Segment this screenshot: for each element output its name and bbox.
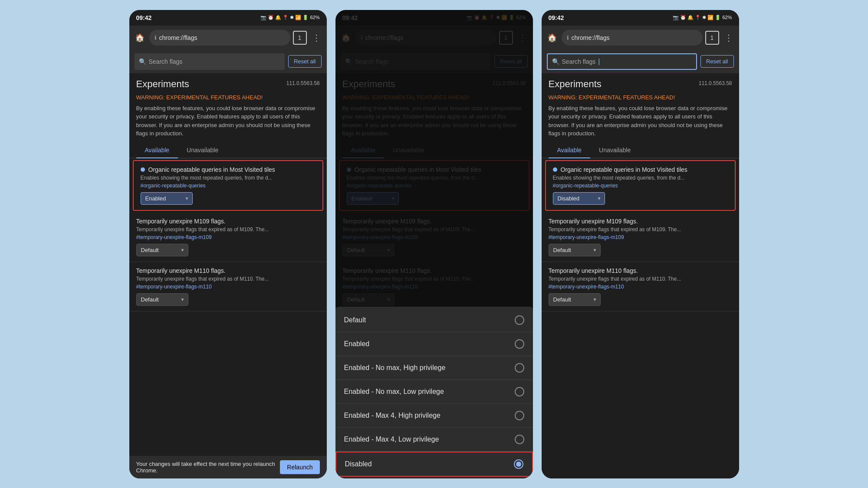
home-button-3[interactable]: 🏠 — [545, 31, 559, 45]
description-text-1: By enabling these features, you could lo… — [129, 102, 327, 142]
dropdown-option-enabled-nomaxhigh[interactable]: Enabled - No max, High privilege — [335, 356, 533, 380]
dropdown-menu-2: Default Enabled Enabled - No max, High p… — [335, 307, 533, 478]
status-icon-3: 📷 ⏰ 🔔 📍 ✱ 📶 🔋 62% — [673, 15, 732, 20]
flag-select-3-1[interactable]: Default — [549, 244, 601, 256]
relaunch-text-1: Your changes will take effect the next t… — [136, 461, 280, 474]
reset-all-button-3[interactable]: Reset all — [700, 55, 734, 68]
flag-item-1-0: Organic repeatable queries in Most Visit… — [133, 160, 323, 211]
status-icons-3: 📷 ⏰ 🔔 📍 ✱ 📶 🔋 62% — [673, 15, 732, 20]
flag-desc-1-0: Enables showing the most repeated querie… — [141, 175, 316, 181]
status-bar-1: 09:42 📷 ⏰ 🔔 📍 ✱ 📶 🔋 62% — [129, 10, 327, 26]
lock-icon-3: ℹ — [567, 35, 569, 41]
experiments-header-1: Experiments 111.0.5563.58 — [129, 73, 327, 92]
phone-2: 09:42 📷 ⏰ 🔔 📍 ✱ 📶 🔋 62% 🏠 ℹ chrome://fla… — [335, 10, 533, 478]
flag-select-wrap-3-2: Default — [549, 293, 601, 306]
tab-available-1[interactable]: Available — [136, 142, 178, 158]
url-text-3: chrome://flags — [572, 34, 610, 41]
flag-dot-3-0 — [553, 167, 557, 172]
dropdown-option-disabled[interactable]: Disabled — [335, 452, 533, 477]
flag-select-1-0[interactable]: Enabled Default Disabled — [141, 192, 193, 205]
flag-link-plain-3-1[interactable]: #temporary-unexpire-flags-m109 — [549, 234, 732, 240]
search-bar-area-3: 🔍 Search flags | Reset all — [542, 50, 739, 73]
radio-nomaxhigh — [515, 363, 524, 373]
tabs-row-1: Available Unavailable — [129, 142, 327, 158]
relaunch-bar-1: Your changes will take effect the next t… — [129, 456, 327, 478]
status-bar-3: 09:42 📷 ⏰ 🔔 📍 ✱ 📶 🔋 62% — [542, 10, 739, 26]
tab-unavailable-1[interactable]: Unavailable — [178, 142, 227, 158]
flag-select-3-2[interactable]: Default — [549, 293, 601, 306]
flag-link-1-0[interactable]: #organic-repeatable-queries — [141, 183, 316, 189]
search-placeholder-1: Search flags — [149, 58, 183, 65]
chrome-nav-1: 🏠 ℹ chrome://flags 1 ⋮ — [129, 26, 327, 50]
chrome-nav-3: 🏠 ℹ chrome://flags 1 ⋮ — [542, 26, 739, 50]
dropdown-option-enabled[interactable]: Enabled — [335, 332, 533, 356]
more-button-1[interactable]: ⋮ — [309, 31, 323, 45]
dropdown-option-enabled-max4high[interactable]: Enabled - Max 4, High privilege — [335, 404, 533, 428]
flag-title-1-0: Organic repeatable queries in Most Visit… — [148, 166, 275, 173]
flags-list-1: Organic repeatable queries in Most Visit… — [129, 158, 327, 456]
search-placeholder-3: Search flags — [562, 58, 596, 65]
flag-item-1-2: Temporarily unexpire M110 flags. Tempora… — [129, 262, 327, 311]
flags-list-3: Organic repeatable queries in Most Visit… — [542, 158, 739, 478]
flag-select-1-1[interactable]: Default — [136, 244, 188, 256]
url-bar-3[interactable]: ℹ chrome://flags — [562, 30, 703, 46]
relaunch-button-1[interactable]: Relaunch — [280, 460, 319, 474]
dropdown-overlay-2[interactable]: Default Enabled Enabled - No max, High p… — [335, 10, 533, 478]
dropdown-option-text-enabled: Enabled — [344, 340, 370, 348]
flag-desc-plain-1-2: Temporarily unexpire flags that expired … — [136, 276, 320, 282]
dropdown-option-text-nomaxhigh: Enabled - No max, High privilege — [344, 364, 446, 372]
flag-select-wrap-3-0: Disabled Default Enabled — [553, 192, 605, 205]
flag-title-3-0: Organic repeatable queries in Most Visit… — [561, 166, 687, 173]
url-text-1: chrome://flags — [159, 34, 197, 41]
flag-link-plain-1-1[interactable]: #temporary-unexpire-flags-m109 — [136, 234, 320, 240]
flag-header-1-0: Organic repeatable queries in Most Visit… — [141, 166, 316, 173]
flag-link-3-0[interactable]: #organic-repeatable-queries — [553, 183, 728, 189]
url-bar-1[interactable]: ℹ chrome://flags — [149, 30, 290, 46]
flag-desc-3-0: Enables showing the most repeated querie… — [553, 175, 728, 181]
search-bar-area-1: 🔍 Search flags Reset all — [129, 50, 327, 73]
status-icons-1: 📷 ⏰ 🔔 📍 ✱ 📶 🔋 62% — [260, 15, 319, 20]
dropdown-option-text-max4high: Enabled - Max 4, High privilege — [344, 412, 441, 419]
flag-select-wrap-1-0: Enabled Default Disabled — [141, 192, 193, 205]
phone-3: 09:42 📷 ⏰ 🔔 📍 ✱ 📶 🔋 62% 🏠 ℹ chrome://fla… — [542, 10, 739, 478]
flag-item-3-0: Organic repeatable queries in Most Visit… — [545, 160, 736, 211]
experiments-title-1: Experiments — [136, 79, 189, 90]
radio-nomaxlow — [515, 387, 524, 396]
lock-icon-1: ℹ — [155, 35, 157, 41]
flag-desc-plain-3-2: Temporarily unexpire flags that expired … — [549, 276, 732, 282]
flag-link-plain-3-2[interactable]: #temporary-unexpire-flags-m110 — [549, 284, 732, 290]
flag-item-3-2: Temporarily unexpire M110 flags. Tempora… — [542, 262, 739, 311]
status-icon-1: 📷 ⏰ 🔔 📍 ✱ 📶 🔋 62% — [260, 15, 319, 20]
flag-select-3-0[interactable]: Disabled Default Enabled — [553, 192, 605, 205]
search-icon-1: 🔍 — [139, 58, 146, 65]
warning-text-3: WARNING: EXPERIMENTAL FEATURES AHEAD! — [542, 92, 739, 102]
dropdown-option-enabled-nomaxlow[interactable]: Enabled - No max, Low privilege — [335, 380, 533, 404]
radio-default — [515, 315, 524, 325]
tab-unavailable-3[interactable]: Unavailable — [590, 142, 639, 158]
flag-header-3-0: Organic repeatable queries in Most Visit… — [553, 166, 728, 173]
status-time-1: 09:42 — [136, 14, 152, 21]
reset-all-button-1[interactable]: Reset all — [288, 55, 322, 68]
search-input-wrap-3[interactable]: 🔍 Search flags | — [547, 53, 697, 70]
flag-desc-plain-3-1: Temporarily unexpire flags that expired … — [549, 226, 732, 233]
phone-1: 09:42 📷 ⏰ 🔔 📍 ✱ 📶 🔋 62% 🏠 ℹ chrome://fla… — [129, 10, 327, 478]
flag-link-plain-1-2[interactable]: #temporary-unexpire-flags-m110 — [136, 284, 320, 290]
search-input-wrap-1[interactable]: 🔍 Search flags — [135, 53, 285, 70]
dropdown-option-enabled-max4low[interactable]: Enabled - Max 4, Low privilege — [335, 428, 533, 452]
flag-item-1-1: Temporarily unexpire M109 flags. Tempora… — [129, 213, 327, 262]
flag-select-1-2[interactable]: Default — [136, 293, 188, 306]
dropdown-option-default[interactable]: Default — [335, 308, 533, 332]
radio-max4low — [515, 435, 524, 444]
more-button-3[interactable]: ⋮ — [722, 31, 736, 45]
flag-dot-1-0 — [141, 167, 145, 172]
tab-button-1[interactable]: 1 — [293, 31, 307, 45]
warning-text-1: WARNING: EXPERIMENTAL FEATURES AHEAD! — [129, 92, 327, 102]
version-text-1: 111.0.5563.58 — [286, 80, 320, 86]
dropdown-option-text-max4low: Enabled - Max 4, Low privilege — [344, 436, 439, 443]
home-button-1[interactable]: 🏠 — [133, 31, 147, 45]
tab-available-3[interactable]: Available — [549, 142, 591, 158]
cursor-3: | — [598, 58, 600, 66]
tab-button-3[interactable]: 1 — [705, 31, 719, 45]
flag-title-plain-3-1: Temporarily unexpire M109 flags. — [549, 218, 732, 225]
content-area-3: Experiments 111.0.5563.58 WARNING: EXPER… — [542, 73, 739, 478]
